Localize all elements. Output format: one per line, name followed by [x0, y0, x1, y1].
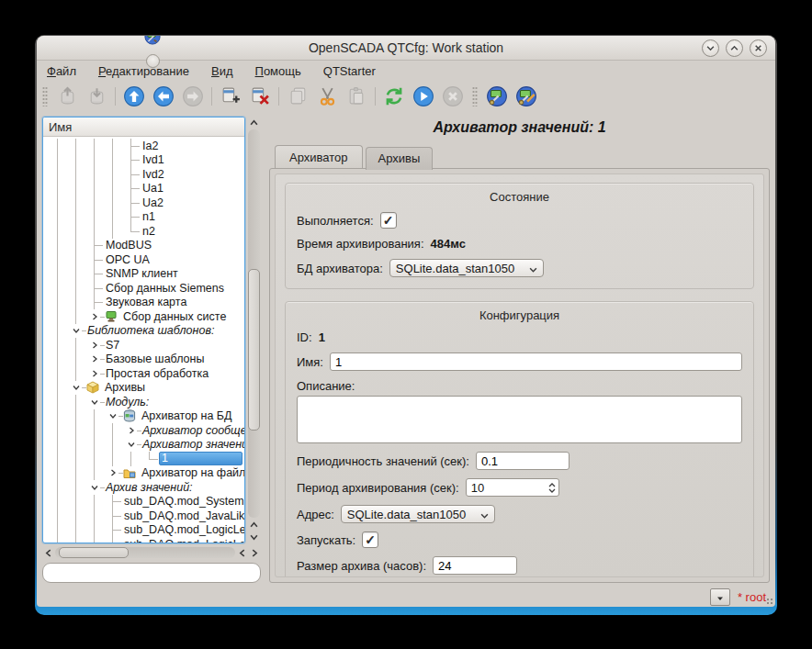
add-item-icon[interactable] — [219, 84, 242, 108]
tree-item[interactable]: Библиотека шаблонов: — [49, 324, 244, 339]
scroll-right-icon[interactable] — [249, 547, 261, 559]
tree-vertical-scrollbar[interactable] — [247, 117, 261, 543]
tab-archiver[interactable]: Архиватор — [275, 145, 363, 168]
tree-item[interactable]: 1 — [49, 452, 244, 466]
archiving-period-spinbox[interactable]: 10 — [466, 478, 559, 497]
expand-icon[interactable] — [85, 338, 104, 352]
tree-item[interactable]: Ivd2 — [49, 167, 244, 182]
tree-item[interactable]: Сбор данных систе — [49, 309, 244, 324]
expand-icon[interactable] — [85, 309, 104, 324]
tree-guide-line — [85, 537, 104, 543]
collapse-icon[interactable] — [104, 409, 122, 424]
tree-item[interactable]: Архиватор на файл — [49, 466, 244, 481]
tree-body[interactable]: Ia2Ivd1Ivd2Ua1Ua2n1n2ModBUSOPC UASNMP кл… — [43, 137, 244, 543]
expand-icon[interactable] — [104, 466, 122, 481]
archive-size-input[interactable] — [433, 556, 517, 575]
collapse-icon[interactable] — [122, 438, 141, 453]
tree-item[interactable]: Простая обработка — [49, 366, 244, 381]
expand-icon[interactable] — [85, 366, 104, 381]
tree-item[interactable]: n2 — [49, 224, 244, 239]
tree-item[interactable]: Архиватор сообще — [49, 423, 244, 438]
tree-item[interactable]: Базовые шаблоны — [49, 352, 244, 367]
pin-button[interactable] — [146, 54, 160, 68]
cut-icon[interactable] — [315, 84, 339, 108]
tree-item[interactable]: Архиватор значени — [49, 438, 244, 453]
minimize-button[interactable] — [702, 39, 719, 57]
expand-icon[interactable] — [85, 352, 104, 367]
delete-item-icon[interactable] — [248, 84, 272, 108]
running-checkbox[interactable]: ✓ — [380, 212, 397, 229]
tree-item[interactable]: Ia2 — [49, 139, 244, 153]
tree-item[interactable]: Архивы — [49, 381, 244, 396]
scroll-down-icon[interactable] — [248, 532, 260, 543]
back-icon[interactable] — [152, 84, 175, 108]
tree-item[interactable]: Сбор данных Siemens — [49, 281, 244, 296]
scroll-left-icon[interactable] — [42, 547, 54, 559]
tree-item[interactable]: Ua2 — [49, 196, 244, 210]
value-period-input[interactable] — [476, 452, 570, 470]
tree-item-label: Ua1 — [141, 182, 165, 195]
toolbar-handle[interactable] — [472, 86, 478, 106]
current-user: * root — [738, 590, 766, 604]
tree-item[interactable]: sub_DAQ.mod_LogicLev — [49, 523, 244, 538]
tree-item[interactable]: Архив значений: — [49, 480, 244, 495]
collapse-icon[interactable] — [67, 381, 85, 396]
scrollbar-track[interactable] — [248, 129, 260, 518]
spinner-arrows-icon[interactable] — [548, 483, 556, 493]
tree-guide-line — [49, 423, 67, 438]
tree-guide-line — [67, 338, 85, 352]
tree-item[interactable]: n1 — [49, 210, 244, 225]
description-textarea[interactable] — [297, 396, 742, 443]
tree-item-label: Ua2 — [141, 196, 165, 209]
tree-column-header[interactable]: Имя — [43, 117, 244, 137]
archiver-db-combo[interactable]: SQLite.data_stan1050 — [389, 259, 544, 277]
tree-item[interactable]: Архиватор на БД — [49, 409, 244, 424]
user-dropdown[interactable] — [710, 588, 730, 606]
tree-item[interactable]: Ivd1 — [49, 153, 244, 168]
scrollbar-track[interactable] — [55, 547, 235, 558]
tree-filter-input[interactable] — [42, 563, 261, 583]
tree-item[interactable]: SNMP клиент — [49, 267, 244, 282]
start-icon[interactable] — [412, 84, 435, 108]
scrollbar-thumb[interactable] — [248, 269, 260, 430]
tree-item-label: Библиотека шаблонов: — [85, 324, 216, 337]
tree-guide-line — [67, 537, 85, 543]
menu-qtstarter[interactable]: QTStarter — [323, 64, 376, 78]
titlebar[interactable]: OpenSCADA QTCfg: Work station — [37, 36, 775, 61]
tree-item-label: sub_DAQ.mod_LogicLev — [122, 538, 244, 543]
tree-item[interactable]: sub_DAQ.mod_JavaLike — [49, 509, 244, 523]
tree-item[interactable]: ModBUS — [49, 239, 244, 253]
tree-guide-line — [49, 267, 67, 282]
collapse-icon[interactable] — [67, 324, 85, 339]
start-checkbox[interactable]: ✓ — [362, 532, 378, 548]
tree-item[interactable]: OPC UA — [49, 252, 244, 267]
qtstarter-edit-icon[interactable] — [514, 84, 538, 108]
tree-item[interactable]: Ua1 — [49, 182, 244, 196]
up-icon[interactable] — [122, 84, 146, 108]
tree-item[interactable]: sub_DAQ.mod_System.c — [49, 495, 244, 509]
tree-item[interactable]: Модуль: — [49, 395, 244, 409]
tab-archives[interactable]: Архивы — [366, 147, 434, 170]
expand-icon[interactable] — [122, 423, 141, 438]
refresh-icon[interactable] — [382, 84, 406, 108]
tree-horizontal-scrollbar[interactable] — [42, 546, 261, 559]
collapse-icon[interactable] — [85, 480, 104, 495]
nav-tree[interactable]: Имя Ia2Ivd1Ivd2Ua1Ua2n1n2ModBUSOPC UASNM… — [42, 117, 245, 543]
scroll-up-icon[interactable] — [248, 117, 260, 129]
tree-item[interactable]: sub_DAQ.mod_LogicLev — [49, 537, 244, 543]
scroll-up-icon[interactable] — [248, 519, 260, 531]
scroll-left-icon[interactable] — [236, 547, 248, 559]
collapse-icon[interactable] — [85, 395, 104, 409]
address-combo[interactable]: SQLite.data_stan1050 — [341, 505, 495, 523]
close-button[interactable] — [750, 39, 767, 57]
tree-item[interactable]: Звуковая карта — [49, 296, 244, 310]
menu-help[interactable]: Помощь — [255, 64, 301, 78]
name-input[interactable] — [330, 352, 742, 371]
scrollbar-thumb[interactable] — [59, 547, 129, 558]
maximize-button[interactable] — [726, 39, 743, 57]
toolbar-handle[interactable] — [42, 86, 48, 106]
qtstarter-config-icon[interactable] — [485, 84, 509, 108]
tree-item[interactable]: S7 — [49, 338, 244, 352]
tree-guide-line — [122, 452, 141, 466]
tree-item-label: 1 — [159, 452, 242, 465]
